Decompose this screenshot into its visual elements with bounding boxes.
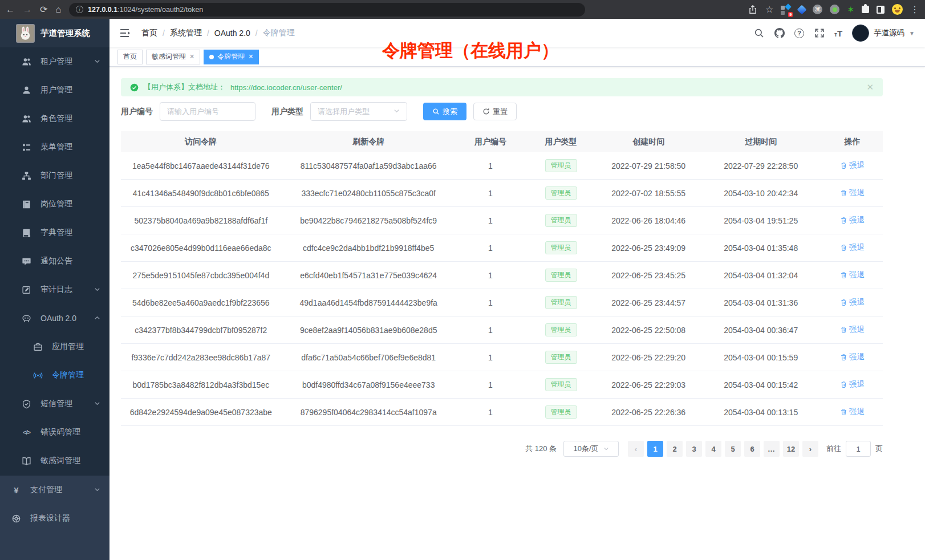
sidebar-item-report[interactable]: 报表设计器: [0, 504, 109, 533]
command-extension-icon[interactable]: ⌘: [813, 5, 822, 14]
force-logout-button[interactable]: 强退: [840, 270, 865, 280]
dictionary-icon: [22, 228, 31, 238]
browser-home-icon[interactable]: ⌂: [55, 5, 61, 14]
sidebar-toggle-icon[interactable]: [120, 27, 131, 39]
search-button[interactable]: 搜索: [423, 103, 466, 120]
fullscreen-icon[interactable]: [814, 28, 825, 39]
breadcrumb-item[interactable]: 系统管理: [170, 28, 202, 38]
bookmark-star-icon[interactable]: ☆: [765, 5, 773, 14]
tab-令牌管理[interactable]: 令牌管理✕: [204, 50, 259, 64]
user-id-input[interactable]: [160, 102, 255, 121]
page-button-12[interactable]: 12: [783, 441, 799, 457]
force-logout-button[interactable]: 强退: [840, 352, 865, 362]
sidebar-item-notice[interactable]: 通知公告: [0, 247, 109, 275]
share-icon[interactable]: [747, 4, 758, 15]
access-token-cell: 502375b8040a469a9b82188afdf6af1f: [121, 216, 281, 225]
tab-close-icon[interactable]: ✕: [248, 53, 253, 60]
app-title: 芋道管理系统: [40, 28, 90, 39]
browser-forward-icon[interactable]: →: [23, 5, 32, 14]
expire-time-cell: 2054-03-04 19:51:25: [700, 216, 822, 225]
goto-page-input[interactable]: [846, 441, 871, 457]
sidebar-item-dict[interactable]: 字典管理: [0, 218, 109, 247]
sidebar-item-sensitive-word[interactable]: 敏感词管理: [0, 447, 109, 475]
force-logout-button[interactable]: 强退: [840, 242, 865, 253]
force-logout-button[interactable]: 强退: [840, 215, 865, 225]
alert-close-icon[interactable]: ✕: [866, 82, 874, 92]
page-button-3[interactable]: 3: [686, 441, 702, 457]
address-bar[interactable]: i 127.0.0.1:1024/system/oauth2/token: [69, 3, 585, 17]
page-button-2[interactable]: 2: [667, 441, 683, 457]
user-type-badge: 管理员: [545, 296, 577, 310]
github-icon[interactable]: [774, 28, 785, 39]
browser-menu-icon[interactable]: ⋮: [910, 5, 919, 14]
breadcrumb-item[interactable]: 首页: [141, 28, 157, 38]
refresh-token-cell: dfa6c71a50a54c66bef706ef9e6e8d81: [281, 353, 456, 362]
page-button-5[interactable]: 5: [725, 441, 741, 457]
sidebar-item-label: 支付管理: [30, 485, 62, 495]
force-logout-button[interactable]: 强退: [840, 297, 865, 307]
refresh-token-cell: b0df4980ffd34c67a08f9156e4eee733: [281, 380, 456, 389]
recorder-extension-icon[interactable]: [830, 5, 839, 14]
side-panel-icon[interactable]: [877, 6, 885, 14]
table-row: 1ea5e44f8bc1467aaede43144f31de76811c5304…: [121, 152, 883, 180]
user-name: 芋道源码: [874, 28, 904, 38]
sidebar-item-post[interactable]: 岗位管理: [0, 190, 109, 218]
browser-back-icon[interactable]: ←: [6, 5, 15, 14]
user-id-cell: 1: [456, 298, 525, 307]
header-search-icon[interactable]: [753, 28, 764, 39]
page-button-6[interactable]: 6: [744, 441, 760, 457]
user-menu[interactable]: 芋道源码 ▼: [852, 25, 915, 42]
gem-extension-icon[interactable]: [797, 5, 807, 14]
user-type-badge: 管理员: [545, 159, 577, 173]
oauth-icon: [22, 314, 31, 323]
created-time-cell: 2022-06-25 23:45:25: [597, 271, 700, 280]
force-logout-button[interactable]: 强退: [840, 379, 865, 389]
page-button-4[interactable]: 4: [705, 441, 721, 457]
user-type-select[interactable]: 请选择用户类型: [310, 102, 407, 121]
sidebar-item-dept[interactable]: 部门管理: [0, 161, 109, 190]
prev-page-button[interactable]: ‹: [628, 441, 644, 457]
next-page-button[interactable]: ›: [802, 441, 818, 457]
page-size-select[interactable]: 10条/页: [563, 441, 619, 457]
tab-敏感词管理[interactable]: 敏感词管理✕: [146, 50, 200, 64]
sidebar-item-oauth2-app[interactable]: 应用管理: [0, 332, 109, 361]
alert-doc-link[interactable]: https://doc.iocoder.cn/user-center/: [230, 83, 342, 92]
user-type-cell: 管理员: [525, 159, 597, 173]
sidebar-item-sms[interactable]: 短信管理: [0, 389, 109, 418]
extensions-puzzle-icon[interactable]: [862, 6, 869, 13]
browser-reload-icon[interactable]: ⟳: [40, 5, 47, 14]
star-extension-icon[interactable]: ✶: [847, 5, 854, 15]
user-type-cell: 管理员: [525, 214, 597, 228]
sidebar-item-audit[interactable]: 审计日志: [0, 275, 109, 304]
sidebar-item-errcode[interactable]: </>错误码管理: [0, 418, 109, 447]
force-logout-button[interactable]: 强退: [840, 324, 865, 335]
force-logout-button[interactable]: 强退: [840, 407, 865, 417]
tab-close-icon[interactable]: ✕: [189, 53, 194, 60]
font-size-icon[interactable]: тT: [834, 29, 842, 38]
tab-首页[interactable]: 首页: [117, 50, 143, 64]
help-icon[interactable]: ?: [794, 29, 804, 38]
sidebar-item-oauth2[interactable]: OAuth 2.0: [0, 304, 109, 332]
force-logout-button[interactable]: 强退: [840, 188, 865, 198]
site-info-icon[interactable]: i: [76, 6, 83, 13]
sidebar-menu: 租户管理用户管理角色管理菜单管理部门管理岗位管理字典管理通知公告审计日志OAut…: [0, 47, 109, 476]
force-logout-button[interactable]: 强退: [840, 160, 865, 171]
sidebar-item-pay[interactable]: ¥支付管理: [0, 476, 109, 504]
sidebar-item-tenant[interactable]: 租户管理: [0, 47, 109, 76]
sidebar-item-role[interactable]: 角色管理: [0, 104, 109, 133]
pagination-ellipsis[interactable]: …: [764, 441, 780, 457]
sidebar-item-user[interactable]: 用户管理: [0, 76, 109, 104]
sidebar-item-label: 岗位管理: [40, 199, 72, 209]
app-logo[interactable]: 芋道管理系统: [0, 19, 109, 47]
breadcrumb-item[interactable]: OAuth 2.0: [214, 29, 250, 38]
tab-label: 令牌管理: [217, 52, 245, 62]
profile-avatar-icon[interactable]: [892, 4, 903, 15]
sidebar-item-menu[interactable]: 菜单管理: [0, 133, 109, 161]
page-button-1[interactable]: 1: [647, 441, 663, 457]
extension-badge-icon[interactable]: 9: [781, 5, 791, 15]
reset-button[interactable]: 重置: [473, 103, 517, 120]
created-time-cell: 2022-06-25 23:49:09: [597, 244, 700, 253]
token-table: 访问令牌刷新令牌用户编号用户类型创建时间过期时间操作 1ea5e44f8bc14…: [121, 131, 883, 426]
sidebar-item-oauth2-token[interactable]: 令牌管理: [0, 361, 109, 389]
refresh-token-cell: cdfc4ce9c2da4bb1bdf21b9918ff4be5: [281, 244, 456, 253]
